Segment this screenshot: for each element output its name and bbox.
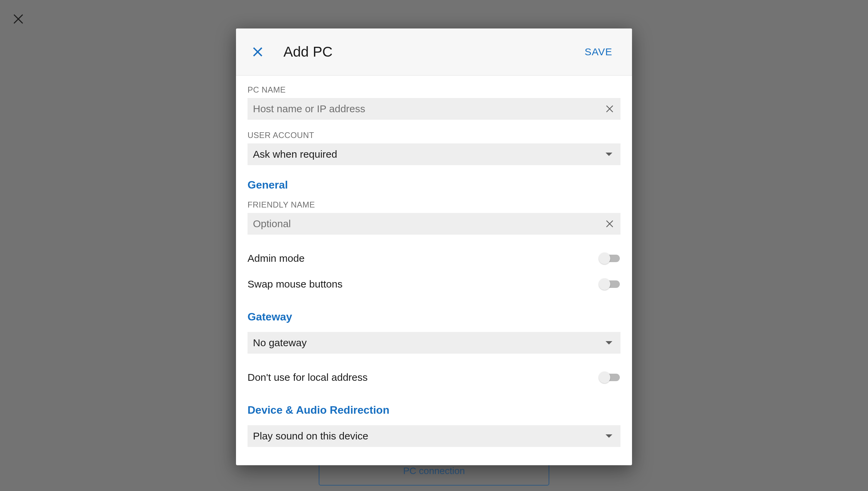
admin-mode-row: Admin mode bbox=[248, 246, 620, 271]
gateway-value: No gateway bbox=[253, 337, 606, 349]
pc-name-clear-button[interactable] bbox=[604, 103, 615, 114]
dont-use-local-toggle[interactable] bbox=[599, 372, 620, 383]
section-title-gateway: Gateway bbox=[248, 311, 620, 323]
toggle-knob bbox=[599, 372, 610, 383]
close-icon bbox=[252, 46, 263, 57]
close-icon bbox=[605, 219, 614, 229]
audio-value: Play sound on this device bbox=[253, 430, 606, 442]
admin-mode-toggle[interactable] bbox=[599, 253, 620, 264]
close-icon bbox=[605, 104, 614, 114]
page-close-button[interactable] bbox=[12, 13, 24, 25]
modal-title: Add PC bbox=[283, 44, 580, 60]
dont-use-local-label: Don't use for local address bbox=[248, 372, 368, 383]
toggle-knob bbox=[599, 253, 610, 264]
pc-connection-label: PC connection bbox=[403, 466, 465, 476]
user-account-value: Ask when required bbox=[253, 149, 606, 160]
section-title-audio: Device & Audio Redirection bbox=[248, 404, 620, 416]
chevron-down-icon bbox=[606, 153, 612, 156]
user-account-label: USER ACCOUNT bbox=[248, 131, 620, 140]
friendly-name-clear-button[interactable] bbox=[604, 218, 615, 229]
friendly-name-field-wrap bbox=[248, 213, 620, 235]
modal-body: PC NAME USER ACCOUNT Ask when required G… bbox=[236, 76, 632, 465]
user-account-select[interactable]: Ask when required bbox=[248, 143, 620, 165]
pc-name-field-wrap bbox=[248, 98, 620, 120]
save-button[interactable]: SAVE bbox=[580, 43, 617, 61]
swap-mouse-toggle[interactable] bbox=[599, 278, 620, 290]
audio-select[interactable]: Play sound on this device bbox=[248, 425, 620, 447]
dont-use-local-row: Don't use for local address bbox=[248, 365, 620, 390]
modal-close-button[interactable] bbox=[251, 45, 264, 59]
add-pc-modal: Add PC SAVE PC NAME USER ACCOUNT Ask whe… bbox=[236, 28, 632, 465]
swap-mouse-row: Swap mouse buttons bbox=[248, 271, 620, 297]
pc-name-label: PC NAME bbox=[248, 85, 620, 95]
admin-mode-label: Admin mode bbox=[248, 253, 304, 264]
toggle-knob bbox=[599, 278, 610, 290]
chevron-down-icon bbox=[606, 434, 612, 438]
modal-header: Add PC SAVE bbox=[236, 28, 632, 76]
chevron-down-icon bbox=[606, 341, 612, 345]
swap-mouse-label: Swap mouse buttons bbox=[248, 278, 342, 290]
friendly-name-label: FRIENDLY NAME bbox=[248, 200, 620, 210]
pc-name-input[interactable] bbox=[253, 103, 604, 115]
close-icon bbox=[12, 13, 24, 25]
section-title-general: General bbox=[248, 179, 620, 191]
friendly-name-input[interactable] bbox=[253, 218, 604, 230]
gateway-select[interactable]: No gateway bbox=[248, 332, 620, 354]
